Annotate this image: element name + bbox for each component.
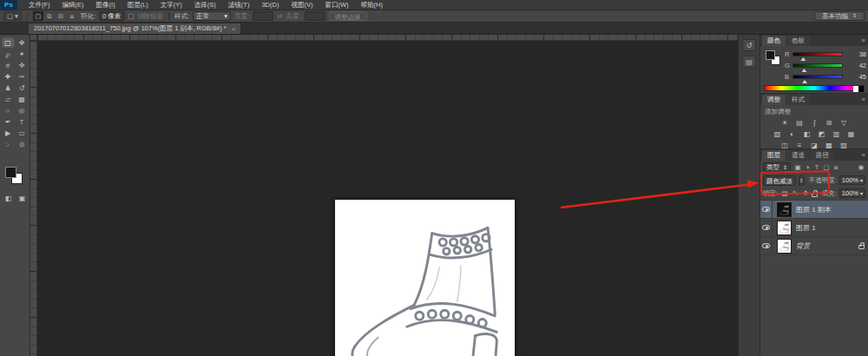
filter-kind-dropdown[interactable]: 类型 ⇕ xyxy=(763,162,791,172)
eyedropper-tool[interactable]: ✜ xyxy=(16,60,29,70)
channel-mixer-icon[interactable]: ▥ xyxy=(831,129,842,140)
filter-adjustment-icon[interactable]: ◑ xyxy=(803,163,812,172)
levels-icon[interactable]: ▤ xyxy=(794,118,806,129)
color-tab-0[interactable]: 颜色 xyxy=(762,36,786,46)
visibility-cell[interactable] xyxy=(760,219,773,237)
properties-panel-icon[interactable]: ▤ xyxy=(742,56,756,68)
filter-shape-icon[interactable]: ▢ xyxy=(822,163,831,172)
adjustments-tab-0[interactable]: 调整 xyxy=(762,95,786,105)
foreground-color-swatch[interactable] xyxy=(5,167,16,178)
style-dropdown[interactable]: 正常 ▾ xyxy=(193,11,231,21)
layers-tab-2[interactable]: 路径 xyxy=(811,150,834,161)
menu-item-6[interactable]: 滤镜(T) xyxy=(222,0,256,10)
photo-filter-icon[interactable]: ◩ xyxy=(816,129,827,140)
color-tab-1[interactable]: 色板 xyxy=(786,36,810,46)
fill-dropdown[interactable]: 100% ▾ xyxy=(839,188,865,198)
lock-all-icon[interactable] xyxy=(812,193,818,197)
eye-icon[interactable] xyxy=(762,207,770,212)
new-selection-icon[interactable]: ▢ xyxy=(33,11,43,21)
menu-item-5[interactable]: 选择(S) xyxy=(188,0,222,10)
workspace-switcher-button[interactable]: 基本功能 ⇕ xyxy=(814,11,865,21)
crop-tool[interactable]: # xyxy=(2,60,15,70)
subtract-selection-icon[interactable]: ⊟ xyxy=(56,11,66,21)
screen-mode-icon[interactable]: ▣ xyxy=(16,193,29,203)
slider-thumb[interactable] xyxy=(802,69,807,72)
hand-tool[interactable]: ☞ xyxy=(2,139,15,149)
filter-type-icon[interactable]: T xyxy=(812,163,821,172)
adjustments-tab-1[interactable]: 样式 xyxy=(786,95,810,105)
layer-row-0[interactable]: 图层 1 副本 xyxy=(760,201,868,219)
layers-menu-icon[interactable]: ≡ xyxy=(862,150,865,161)
black-white-icon[interactable]: ◧ xyxy=(801,129,812,140)
history-panel-icon[interactable]: ↺ xyxy=(742,39,756,51)
lock-transparent-icon[interactable]: ▨ xyxy=(780,189,789,197)
clone-stamp-tool[interactable]: ♟ xyxy=(2,82,15,93)
layers-tab-1[interactable]: 通道 xyxy=(786,150,810,161)
visibility-cell[interactable] xyxy=(760,201,773,219)
exposure-icon[interactable]: ⊞ xyxy=(824,118,835,129)
layer-thumbnail[interactable] xyxy=(777,202,792,217)
document-canvas-boot-sketch[interactable] xyxy=(335,200,515,356)
color-spectrum-ramp[interactable] xyxy=(764,85,865,91)
channel-slider-B[interactable] xyxy=(792,75,843,79)
shape-tool[interactable]: ▭ xyxy=(16,128,29,138)
menu-item-4[interactable]: 文字(Y) xyxy=(155,0,188,10)
channel-slider-G[interactable] xyxy=(792,63,843,68)
move-tool[interactable]: ✥ xyxy=(16,37,29,48)
zoom-tool[interactable]: ⊙ xyxy=(16,139,29,149)
height-input[interactable] xyxy=(305,11,326,21)
black-swatch[interactable] xyxy=(858,86,864,92)
layer-row-1[interactable]: 图层 1 xyxy=(760,219,868,237)
close-icon[interactable]: × xyxy=(232,25,236,33)
dodge-tool[interactable]: ◎ xyxy=(16,105,29,115)
lasso-tool[interactable]: ℘ xyxy=(2,49,15,59)
slider-thumb[interactable] xyxy=(802,80,807,83)
healing-brush-tool[interactable]: ✚ xyxy=(2,71,15,82)
visibility-cell[interactable] xyxy=(760,237,773,255)
layers-tab-0[interactable]: 图层 xyxy=(762,150,786,161)
menu-item-1[interactable]: 编辑(E) xyxy=(56,0,90,10)
layer-thumbnail[interactable] xyxy=(777,239,792,254)
color-menu-icon[interactable]: ≡ xyxy=(862,36,865,46)
antialias-checkbox[interactable] xyxy=(128,14,134,19)
pen-tool[interactable]: ✒ xyxy=(2,116,15,127)
menu-item-0[interactable]: 文件(F) xyxy=(23,0,56,10)
type-tool[interactable]: T xyxy=(16,116,29,127)
refine-edge-button[interactable]: 调整边缘 xyxy=(329,11,367,21)
filter-toggle-icon[interactable]: ◉ xyxy=(857,163,865,171)
opacity-dropdown[interactable]: 100% ▾ xyxy=(839,175,865,185)
curves-icon[interactable]: ∫ xyxy=(809,118,820,129)
width-input[interactable] xyxy=(253,11,273,21)
menu-item-10[interactable]: 帮助(H) xyxy=(355,0,389,10)
foreground-color-swatch[interactable] xyxy=(766,50,775,60)
hue-saturation-icon[interactable]: ▧ xyxy=(772,129,783,140)
gradient-tool[interactable]: ▦ xyxy=(16,94,29,104)
magic-wand-tool[interactable]: ✶ xyxy=(16,49,29,59)
feather-input[interactable]: 0 像素 xyxy=(99,11,125,21)
mini-color-swatches[interactable] xyxy=(766,50,781,66)
menu-item-9[interactable]: 窗口(W) xyxy=(319,0,354,10)
eye-icon[interactable] xyxy=(762,243,770,248)
menu-item-3[interactable]: 图层(L) xyxy=(122,0,155,10)
tool-preset-picker[interactable]: ▢ ▾ xyxy=(3,11,22,21)
menu-item-7[interactable]: 3D(D) xyxy=(255,0,285,10)
blend-mode-dropdown[interactable]: 颜色减淡 xyxy=(763,175,796,186)
quick-mask-icon[interactable]: ◧ xyxy=(2,193,15,203)
swap-dimensions-icon[interactable]: ⇄ xyxy=(277,12,282,20)
history-brush-tool[interactable]: ↺ xyxy=(16,82,29,93)
filter-pixel-icon[interactable]: ▣ xyxy=(793,163,802,172)
eye-icon[interactable] xyxy=(762,225,770,230)
lock-brush-icon[interactable]: ✎ xyxy=(791,189,799,197)
canvas-area[interactable] xyxy=(37,41,738,356)
menu-item-2[interactable]: 图像(I) xyxy=(90,0,122,10)
blend-mode-spinner-icon[interactable]: ⇕ xyxy=(799,175,805,186)
intersect-selection-icon[interactable]: ⧈ xyxy=(67,11,77,21)
channel-slider-R[interactable] xyxy=(792,52,843,56)
adjustments-menu-icon[interactable]: ≡ xyxy=(862,95,865,105)
brightness-contrast-icon[interactable]: ☀ xyxy=(779,118,791,129)
layer-thumbnail[interactable] xyxy=(777,221,792,235)
lock-position-icon[interactable]: ✥ xyxy=(801,189,810,197)
vibrance-icon[interactable]: ▽ xyxy=(838,118,850,129)
rectangular-marquee-tool[interactable]: ▢ xyxy=(2,37,15,48)
brush-tool[interactable]: ✑ xyxy=(16,71,29,82)
